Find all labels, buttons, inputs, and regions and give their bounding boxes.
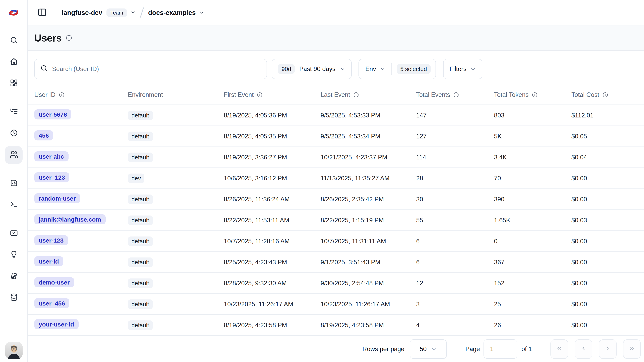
column-header-environment[interactable]: Environment [128, 91, 224, 99]
info-icon[interactable] [66, 35, 72, 41]
chevrons-right-icon [629, 345, 635, 353]
first-event-cell: 8/22/2025, 11:53:11 AM [224, 216, 289, 223]
sidebar-item-home[interactable] [5, 53, 22, 71]
column-header-last-event[interactable]: Last Event [320, 91, 416, 99]
total-events-cell: 28 [416, 175, 423, 181]
sidebar-item-datasets[interactable] [5, 289, 22, 307]
date-range-button[interactable]: 90d Past 90 days [272, 59, 352, 79]
first-event-cell: 8/19/2025, 4:23:58 PM [224, 321, 287, 328]
column-label: First Event [224, 91, 254, 99]
first-event-cell: 8/26/2025, 11:36:24 AM [224, 196, 290, 202]
sidebar-item-evaluation[interactable] [5, 246, 22, 264]
langfuse-logo[interactable] [0, 0, 28, 26]
user-id-badge[interactable]: demo-user [34, 277, 74, 287]
filters-button[interactable]: Filters [443, 59, 482, 79]
user-id-badge[interactable]: user_456 [34, 298, 69, 308]
column-header-user-id[interactable]: User ID [34, 91, 128, 99]
file-code-icon [10, 179, 18, 188]
environment-badge: default [128, 131, 153, 141]
table-row[interactable]: user-123default10/7/2025, 11:28:16 AM10/… [28, 231, 644, 252]
environment-filter-button[interactable]: Env 5 selected [358, 59, 436, 79]
user-avatar[interactable] [5, 342, 22, 359]
user-id-badge[interactable]: your-user-id [34, 319, 78, 329]
sidebar-item-prompts[interactable] [5, 175, 22, 192]
total-tokens-cell: 25 [494, 300, 501, 307]
table-row[interactable]: demo-userdefault8/28/2025, 9:32:30 AM9/3… [28, 273, 644, 294]
sidebar-item-playground[interactable] [5, 196, 22, 214]
table-row[interactable]: 456default8/19/2025, 4:05:35 PM9/5/2025,… [28, 126, 644, 147]
user-id-badge[interactable]: user_123 [34, 172, 69, 182]
page-number-input[interactable] [484, 339, 518, 358]
topbar: langfuse-dev Team docs-examples [28, 0, 644, 26]
column-header-total-tokens[interactable]: Total Tokens [494, 91, 572, 99]
sidebar-item-users[interactable] [5, 146, 22, 164]
user-id-badge[interactable]: 456 [34, 130, 53, 140]
chevron-down-icon [199, 10, 205, 15]
sidebar-item-dashboards[interactable] [5, 75, 22, 92]
search-box [34, 59, 267, 79]
rows-per-page-select[interactable]: 50 [410, 339, 447, 358]
environment-badge: dev [128, 173, 144, 183]
total-tokens-cell: 367 [494, 258, 504, 265]
table-row[interactable]: user_123dev10/6/2025, 3:16:12 PM11/13/20… [28, 168, 644, 189]
sidebar-toggle-button[interactable] [38, 8, 47, 17]
user-id-badge[interactable]: jannik@langfuse.com [34, 214, 106, 224]
table-row[interactable]: your-user-iddefault8/19/2025, 4:23:58 PM… [28, 315, 644, 336]
sidebar-item-tracing[interactable] [5, 103, 22, 121]
table-row[interactable]: random-userdefault8/26/2025, 11:36:24 AM… [28, 189, 644, 210]
total-events-cell: 4 [416, 321, 420, 328]
sidebar-item-sessions[interactable] [5, 125, 22, 142]
environment-badge: default [128, 194, 153, 204]
environment-badge: default [128, 110, 153, 120]
user-id-badge[interactable]: random-user [34, 193, 80, 203]
environment-badge: default [128, 299, 153, 309]
search-input[interactable] [52, 65, 261, 73]
user-id-badge[interactable]: user-abc [34, 151, 68, 161]
user-id-badge[interactable]: user-123 [34, 235, 68, 245]
total-tokens-cell: 390 [494, 196, 504, 202]
sidebar-item-scores[interactable] [5, 225, 22, 243]
env-label: Env [365, 65, 376, 73]
info-icon[interactable] [257, 92, 262, 98]
environment-badge: default [128, 278, 153, 288]
info-icon[interactable] [532, 92, 538, 98]
org-selector[interactable]: langfuse-dev Team [62, 8, 136, 17]
org-name: langfuse-dev [62, 9, 102, 16]
sidebar-item-search[interactable] [5, 32, 22, 50]
sidebar [0, 0, 28, 362]
table-row[interactable]: user_456default10/23/2025, 11:26:17 AM10… [28, 294, 644, 315]
column-header-total-events[interactable]: Total Events [416, 91, 494, 99]
first-event-cell: 8/25/2025, 4:23:43 PM [224, 258, 287, 265]
table-row[interactable]: user-5678default8/19/2025, 4:05:36 PM9/5… [28, 105, 644, 126]
previous-page-button[interactable] [575, 339, 592, 358]
total-cost-cell: $0.00 [572, 279, 587, 286]
info-icon[interactable] [602, 92, 608, 98]
user-id-badge[interactable]: user-5678 [34, 109, 72, 119]
column-label: Last Event [320, 91, 350, 99]
terminal-icon [10, 200, 18, 210]
total-tokens-cell: 3.4K [494, 154, 507, 160]
next-page-button[interactable] [599, 339, 616, 358]
column-header-total-cost[interactable]: Total Cost [572, 91, 638, 99]
first-page-button[interactable] [550, 339, 568, 358]
rows-per-page-value: 50 [420, 345, 427, 352]
last-page-button[interactable] [623, 339, 641, 358]
filters-label: Filters [450, 65, 466, 73]
info-icon[interactable] [454, 92, 459, 98]
table-row[interactable]: user-abcdefault8/19/2025, 3:36:27 PM10/2… [28, 147, 644, 168]
table-row[interactable]: user-iddefault8/25/2025, 4:23:43 PM9/1/2… [28, 252, 644, 273]
column-label: Total Events [416, 91, 450, 99]
info-icon[interactable] [354, 92, 359, 98]
users-icon [10, 150, 18, 160]
column-header-first-event[interactable]: First Event [224, 91, 320, 99]
toolbar: 90d Past 90 days Env 5 selected Filters [28, 51, 644, 85]
sidebar-item-annotation[interactable] [5, 268, 22, 285]
last-event-cell: 9/5/2025, 4:53:33 PM [320, 112, 380, 118]
project-selector[interactable]: docs-examples [148, 9, 205, 16]
total-events-cell: 6 [416, 237, 420, 244]
info-icon[interactable] [59, 92, 64, 98]
environment-badge: default [128, 320, 153, 330]
user-id-badge[interactable]: user-id [34, 256, 63, 266]
page-label: Page [465, 345, 480, 352]
table-row[interactable]: jannik@langfuse.comdefault8/22/2025, 11:… [28, 210, 644, 231]
